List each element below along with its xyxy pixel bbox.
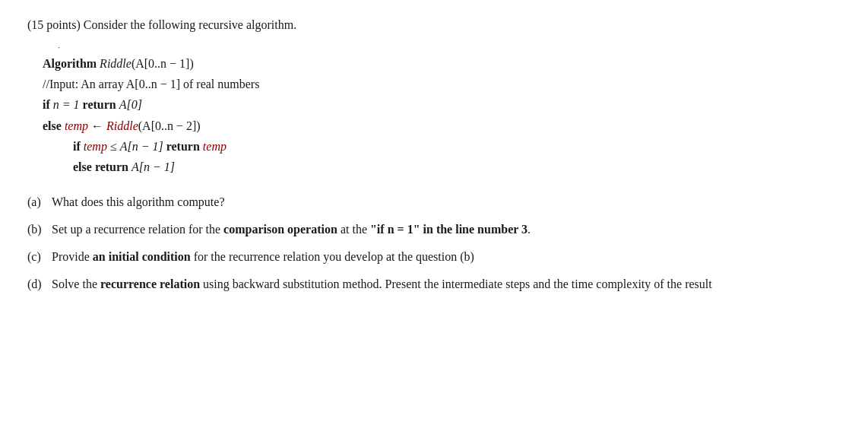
arrow-sym: ← — [91, 119, 103, 132]
algo-else-line: else temp ← Riddle(A[0..n − 2]) — [43, 116, 841, 136]
question-a-text: What does this algorithm compute? — [52, 195, 841, 209]
riddle-arg: (A[0..n − 2]) — [138, 119, 201, 132]
algo-if-line: if n = 1 return A[0] — [43, 94, 841, 115]
question-b-text: Set up a recurrence relation for the com… — [52, 223, 841, 236]
return-keyword-2: return — [166, 140, 200, 153]
dot-marker: · — [58, 44, 841, 52]
temp-cond-var: temp — [84, 140, 107, 153]
intro-text: (15 points) Consider the following recur… — [27, 18, 841, 32]
algo-title-line: Algorithm Riddle(A[0..n − 1]) — [43, 53, 841, 74]
algo-func-name: Riddle — [100, 57, 131, 70]
array-ref-1: A[n − 1] — [120, 140, 163, 153]
bold-recurrence-relation: recurrence relation — [100, 277, 200, 290]
question-b: (b) Set up a recurrence relation for the… — [27, 223, 841, 236]
algo-param: (A[0..n − 1]) — [131, 57, 194, 70]
algo-if-temp-line: if temp ≤ A[n − 1] return temp — [73, 136, 841, 157]
leq-sym: ≤ — [110, 140, 117, 153]
question-a-label: (a) — [27, 195, 46, 209]
bold-line-ref: "if n = 1" in the line number 3 — [370, 223, 527, 236]
question-c: (c) Provide an initial condition for the… — [27, 250, 841, 264]
question-b-label: (b) — [27, 223, 46, 236]
array-ref-2: A[n − 1] — [131, 160, 175, 173]
if-condition: n = 1 — [53, 98, 80, 111]
question-d-label: (d) — [27, 277, 46, 291]
algo-keyword: Algorithm — [43, 57, 97, 70]
algorithm-block: · Algorithm Riddle(A[0..n − 1]) //Input:… — [43, 44, 841, 177]
question-a: (a) What does this algorithm compute? — [27, 195, 841, 209]
question-d-text: Solve the recurrence relation using back… — [52, 277, 841, 291]
return-val-1: A[0] — [119, 98, 142, 111]
question-d: (d) Solve the recurrence relation using … — [27, 277, 841, 291]
question-c-label: (c) — [27, 250, 46, 264]
question-c-text: Provide an initial condition for the rec… — [52, 250, 841, 264]
return-keyword-1: return — [83, 98, 116, 111]
questions-section: (a) What does this algorithm compute? (b… — [27, 195, 841, 291]
return-keyword-3: return — [95, 160, 128, 173]
temp-var: temp — [65, 119, 88, 132]
algo-comment-text: //Input: An array A[0..n − 1] of real nu… — [43, 78, 259, 90]
bold-initial-condition: an initial condition — [93, 250, 191, 263]
if-keyword: if — [43, 98, 50, 111]
algo-comment-line: //Input: An array A[0..n − 1] of real nu… — [43, 74, 841, 94]
else-keyword-1: else — [43, 119, 62, 132]
else-keyword-2: else — [73, 160, 92, 173]
if-keyword-2: if — [73, 140, 81, 153]
bold-comparison: comparison operation — [223, 223, 337, 236]
riddle-call: Riddle — [106, 119, 138, 132]
return-temp: temp — [203, 140, 227, 153]
algo-else-return-line: else return A[n − 1] — [73, 157, 841, 177]
